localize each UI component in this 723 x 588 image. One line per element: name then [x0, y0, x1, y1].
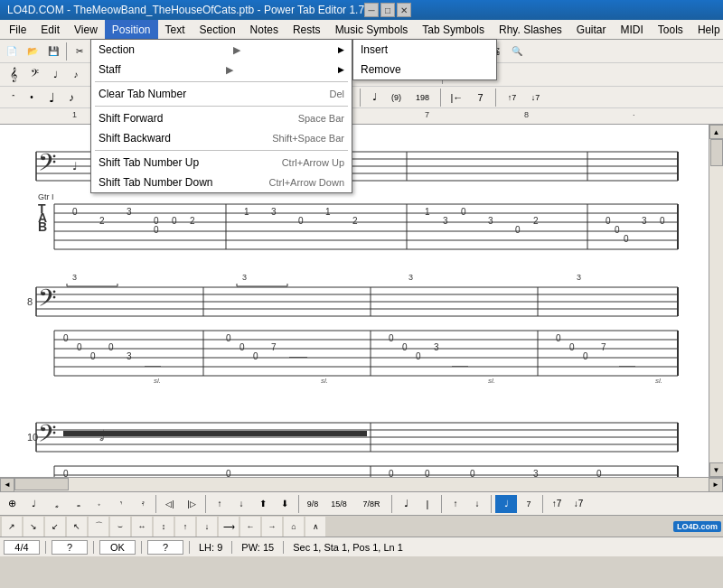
sym-btn2[interactable]: 𝄢: [24, 65, 44, 85]
bt2-btn5[interactable]: ⌒: [89, 517, 108, 537]
bt-btn20[interactable]: ↓: [467, 494, 487, 514]
menu-item-shift-backward[interactable]: Shift Backward Shift+Space Bar: [91, 128, 352, 148]
bt-btn8[interactable]: ◁|: [160, 494, 180, 514]
bt-btn17[interactable]: ♩: [396, 494, 416, 514]
open-button[interactable]: 📂: [23, 42, 42, 61]
sym-btn1[interactable]: 𝄞: [4, 65, 23, 85]
menu-item-section[interactable]: Section ▶: [91, 40, 352, 60]
svg-text:——: ——: [289, 351, 307, 361]
scroll-thumb[interactable]: [710, 139, 723, 166]
zoom-button[interactable]: 🔍: [507, 42, 527, 61]
scroll-track[interactable]: [709, 139, 723, 462]
menu-item-shift-forward[interactable]: Shift Forward Space Bar: [91, 108, 352, 128]
note-btn4[interactable]: ♪: [63, 89, 80, 106]
h-scroll-thumb[interactable]: [14, 478, 69, 490]
note-btn1[interactable]: 𝄼: [4, 89, 20, 106]
menu-guitar[interactable]: Guitar: [569, 20, 614, 40]
bt2-btn10[interactable]: ↓: [197, 517, 217, 537]
bt2-btn12[interactable]: ←: [240, 517, 260, 537]
new-button[interactable]: 📄: [2, 42, 22, 61]
menu-edit[interactable]: Edit: [33, 20, 67, 40]
bt2-btn3[interactable]: ↙: [45, 517, 65, 537]
bt-btn4[interactable]: 𝅝: [67, 494, 87, 514]
menu-position[interactable]: Position: [105, 20, 158, 40]
menu-item-shift-tab-down[interactable]: Shift Tab Number Down Ctrl+Arrow Down: [91, 173, 352, 192]
sep-note6: [495, 89, 496, 107]
note-btn18[interactable]: 7: [470, 88, 490, 107]
section-sub-item2[interactable]: Remove: [353, 60, 496, 79]
menu-midi[interactable]: MIDI: [614, 20, 651, 40]
bt2-btn4[interactable]: ↖: [67, 517, 87, 537]
bt-btn7[interactable]: 𝄿: [132, 494, 152, 514]
note-btn20[interactable]: ↓7: [525, 88, 545, 107]
popup-sep3: [95, 150, 348, 151]
bt-btn16[interactable]: 7/8R: [355, 494, 388, 514]
sym-btn4[interactable]: ♪: [66, 65, 86, 85]
menu-item-shift-tab-up[interactable]: Shift Tab Number Up Ctrl+Arrow Up: [91, 153, 352, 173]
note-btn16[interactable]: 198: [409, 88, 435, 107]
sym-btn3[interactable]: ♩: [45, 65, 65, 85]
bt-btn22[interactable]: ↑7: [547, 494, 567, 514]
cut-button[interactable]: ✂: [70, 42, 89, 61]
bt-btn18[interactable]: |: [418, 494, 437, 514]
menu-item-staff[interactable]: Staff ▶: [91, 60, 352, 79]
menu-help[interactable]: Help: [690, 20, 723, 40]
note-btn2[interactable]: •: [23, 89, 40, 106]
vertical-scrollbar[interactable]: ▲ ▼: [709, 125, 723, 477]
menu-view[interactable]: View: [67, 20, 105, 40]
svg-text:0: 0: [569, 342, 575, 352]
bt-btn6[interactable]: 𝄾: [110, 494, 130, 514]
menubar: File Edit View Position Text Section Not…: [0, 20, 723, 40]
bt-btn11[interactable]: ↓: [231, 494, 251, 514]
bt-btn14[interactable]: 9/8: [303, 494, 323, 514]
menu-section[interactable]: Section: [192, 20, 243, 40]
note-btn3[interactable]: ♩: [43, 89, 60, 106]
bt-btn5[interactable]: 𝆹: [89, 494, 108, 514]
bt2-btn14[interactable]: ⌂: [284, 517, 304, 537]
menu-text[interactable]: Text: [158, 20, 192, 40]
bt2-btn11[interactable]: ⟶: [219, 517, 239, 537]
bt-btn9[interactable]: |▷: [182, 494, 202, 514]
bt2-btn8[interactable]: ↕: [154, 517, 174, 537]
note-btn19[interactable]: ↑7: [502, 88, 521, 107]
maximize-button[interactable]: □: [380, 3, 395, 17]
bt-btn3[interactable]: 𝅗: [45, 494, 65, 514]
note-btn14[interactable]: ♩: [366, 88, 382, 107]
bt-btn1[interactable]: ⊕: [2, 494, 22, 514]
menu-notes[interactable]: Notes: [243, 20, 286, 40]
menu-rhy-slashes[interactable]: Rhy. Slashes: [492, 20, 569, 40]
menu-tools[interactable]: Tools: [651, 20, 690, 40]
bt-btn15[interactable]: 15/8: [324, 494, 353, 514]
scroll-left-arrow[interactable]: ◄: [0, 478, 14, 492]
h-scroll-track[interactable]: [14, 478, 709, 491]
note-btn17[interactable]: |←: [446, 88, 466, 107]
menu-music-symbols[interactable]: Music Symbols: [328, 20, 416, 40]
bt-btn13[interactable]: ⬇: [275, 494, 295, 514]
menu-rests[interactable]: Rests: [286, 20, 328, 40]
bt2-btn9[interactable]: ↑: [175, 517, 195, 537]
bt-btn23[interactable]: ↓7: [568, 494, 588, 514]
scroll-right-arrow[interactable]: ►: [709, 478, 723, 492]
bt-btn2[interactable]: ♩: [23, 494, 43, 514]
close-button[interactable]: ✕: [397, 3, 411, 17]
bt2-btn15[interactable]: ∧: [305, 517, 325, 537]
section-sub-item1[interactable]: Insert: [353, 40, 496, 60]
bt2-btn13[interactable]: →: [262, 517, 282, 537]
note-btn15[interactable]: (9): [386, 88, 406, 107]
menu-file[interactable]: File: [2, 20, 33, 40]
bt-btn12[interactable]: ⬆: [253, 494, 273, 514]
bt2-btn2[interactable]: ↘: [23, 517, 43, 537]
save-button[interactable]: 💾: [43, 42, 63, 61]
bt-btn21[interactable]: 7: [519, 494, 539, 514]
menu-item-clear-tab[interactable]: Clear Tab Number Del: [91, 84, 352, 104]
horizontal-scrollbar[interactable]: ◄ ►: [0, 477, 723, 491]
bt-btn19[interactable]: ↑: [446, 494, 465, 514]
bt-btn10[interactable]: ↑: [210, 494, 230, 514]
bt2-btn7[interactable]: ↔: [132, 517, 152, 537]
scroll-up-arrow[interactable]: ▲: [709, 125, 724, 139]
bt2-btn6[interactable]: ⌣: [110, 517, 130, 537]
bt2-btn1[interactable]: ↗: [2, 517, 22, 537]
scroll-down-arrow[interactable]: ▼: [709, 462, 724, 477]
menu-tab-symbols[interactable]: Tab Symbols: [415, 20, 492, 40]
minimize-button[interactable]: ─: [364, 3, 379, 17]
